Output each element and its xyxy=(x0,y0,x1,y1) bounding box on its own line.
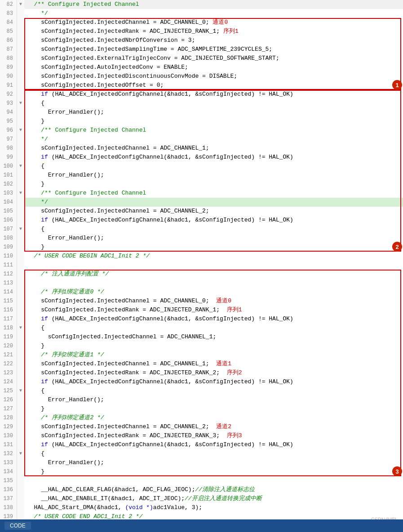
code-line: 110 /* USER CODE BEGIN ADC1_Init 2 */ xyxy=(0,252,403,261)
code-line: 107▼ { xyxy=(0,225,403,234)
code-text: sConfigInjected.InjectedChannel = ADC_CH… xyxy=(24,422,403,431)
line-number: 128 xyxy=(0,413,17,422)
fold-button xyxy=(17,36,24,45)
code-line: 128 /* 序列3绑定通道2 */ xyxy=(0,413,403,422)
code-text: /** Configure Injected Channel xyxy=(24,126,403,135)
code-line: 122 sConfigInjected.InjectedChannel = AD… xyxy=(0,359,403,368)
code-text: sConfigInjected.InjectedChannel = ADC_CH… xyxy=(24,18,403,27)
fold-button xyxy=(17,63,24,72)
fold-button xyxy=(17,341,24,350)
code-tab[interactable]: CODE xyxy=(4,522,31,530)
code-text: { xyxy=(24,99,403,108)
code-text: /** Configure Injected Channel xyxy=(24,189,403,198)
line-number: 83 xyxy=(0,9,17,18)
code-text: /* 注入通道序列配置 */ xyxy=(24,270,403,279)
fold-button xyxy=(17,198,24,207)
fold-button xyxy=(17,377,24,386)
fold-button xyxy=(17,108,24,117)
code-line: 108 Error_Handler(); xyxy=(0,234,403,243)
code-text: sConfigInjected.InjectedChannel = ADC_CH… xyxy=(24,359,403,368)
line-number: 120 xyxy=(0,341,17,350)
fold-button xyxy=(17,306,24,315)
code-line: 121 /* 序列2绑定通道1 */ xyxy=(0,350,403,359)
code-line: 133 Error_Handler(); xyxy=(0,458,403,467)
fold-button xyxy=(17,458,24,467)
code-line: 135 xyxy=(0,476,403,485)
code-line: 97 */ xyxy=(0,135,403,144)
fold-button[interactable]: ▼ xyxy=(17,324,24,332)
code-line: 116 sConfigInjected.InjectedRank = ADC_I… xyxy=(0,306,403,315)
fold-button xyxy=(17,81,24,90)
line-number: 105 xyxy=(0,207,17,216)
code-text: if (HAL_ADCEx_InjectedConfigChannel(&had… xyxy=(24,315,403,324)
fold-button xyxy=(17,503,24,512)
fold-button xyxy=(17,413,24,422)
fold-button[interactable]: ▼ xyxy=(17,449,24,458)
fold-button xyxy=(17,368,24,377)
fold-button xyxy=(17,54,24,63)
fold-button[interactable]: ▼ xyxy=(17,126,24,135)
fold-button xyxy=(17,404,24,413)
code-text: sConfigInjected.ExternalTrigInjecConv = … xyxy=(24,54,403,63)
code-line: 127 } xyxy=(0,404,403,413)
fold-button[interactable]: ▼ xyxy=(17,225,24,234)
fold-button xyxy=(17,494,24,503)
code-line: 83 */ xyxy=(0,9,403,18)
line-number: 93 xyxy=(0,99,17,108)
line-number: 113 xyxy=(0,279,17,288)
code-line: 82▼ /** Configure Injected Channel xyxy=(0,0,403,9)
fold-button xyxy=(17,332,24,341)
code-line: 119 sConfigInjected.InjectedChannel = AD… xyxy=(0,332,403,341)
code-line: 105 sConfigInjected.InjectedChannel = AD… xyxy=(0,207,403,216)
fold-button xyxy=(17,9,24,18)
fold-button xyxy=(17,440,24,449)
line-number: 90 xyxy=(0,72,17,81)
code-line: 92 if (HAL_ADCEx_InjectedConfigChannel(&… xyxy=(0,90,403,99)
code-text xyxy=(24,476,403,485)
code-line: 117 if (HAL_ADCEx_InjectedConfigChannel(… xyxy=(0,315,403,324)
line-number: 84 xyxy=(0,18,17,27)
fold-button xyxy=(17,297,24,306)
fold-button xyxy=(17,359,24,368)
line-number: 127 xyxy=(0,404,17,413)
line-number: 136 xyxy=(0,485,17,494)
code-text: */ xyxy=(24,135,403,144)
code-text: Error_Handler(); xyxy=(24,171,403,180)
code-text: /* USER CODE BEGIN ADC1_Init 2 */ xyxy=(24,252,403,261)
code-line: 136 __HAL_ADC_CLEAR_FLAG(&hadc1, ADC_FLA… xyxy=(0,485,403,494)
fold-button[interactable]: ▼ xyxy=(17,0,24,9)
line-number: 98 xyxy=(0,144,17,153)
fold-button xyxy=(17,144,24,153)
fold-button[interactable]: ▼ xyxy=(17,386,24,395)
line-number: 103 xyxy=(0,189,17,198)
line-number: 129 xyxy=(0,422,17,431)
line-number: 122 xyxy=(0,359,17,368)
code-line: 106 if (HAL_ADCEx_InjectedConfigChannel(… xyxy=(0,216,403,225)
code-text: sConfigInjected.InjectedChannel = ADC_CH… xyxy=(24,207,403,216)
code-line: 85 sConfigInjected.InjectedRank = ADC_IN… xyxy=(0,27,403,36)
fold-button[interactable]: ▼ xyxy=(17,162,24,171)
code-line: 88 sConfigInjected.ExternalTrigInjecConv… xyxy=(0,54,403,63)
code-line: 101 Error_Handler(); xyxy=(0,171,403,180)
code-text: sConfigInjected.InjectedRank = ADC_INJEC… xyxy=(24,27,403,36)
code-line: 102 } xyxy=(0,180,403,189)
code-text: */ xyxy=(24,9,403,18)
fold-button xyxy=(17,90,24,99)
code-line: 103▼ /** Configure Injected Channel xyxy=(0,189,403,198)
code-text: sConfigInjected.InjectedRank = ADC_INJEC… xyxy=(24,431,403,440)
fold-button[interactable]: ▼ xyxy=(17,99,24,108)
fold-button xyxy=(17,234,24,243)
line-number: 138 xyxy=(0,503,17,512)
line-number: 102 xyxy=(0,180,17,189)
code-text: } xyxy=(24,467,403,476)
code-line: 125▼ { xyxy=(0,386,403,395)
code-text: if (HAL_ADCEx_InjectedConfigChannel(&had… xyxy=(24,90,403,99)
badge-1: 1 xyxy=(392,80,402,90)
code-line: 93▼ { xyxy=(0,99,403,108)
fold-button[interactable]: ▼ xyxy=(17,189,24,198)
line-number: 116 xyxy=(0,306,17,315)
code-line: 138 HAL_ADC_Start_DMA(&hadc1, (void *)ad… xyxy=(0,503,403,512)
fold-button xyxy=(17,485,24,494)
line-number: 94 xyxy=(0,108,17,117)
line-number: 130 xyxy=(0,431,17,440)
